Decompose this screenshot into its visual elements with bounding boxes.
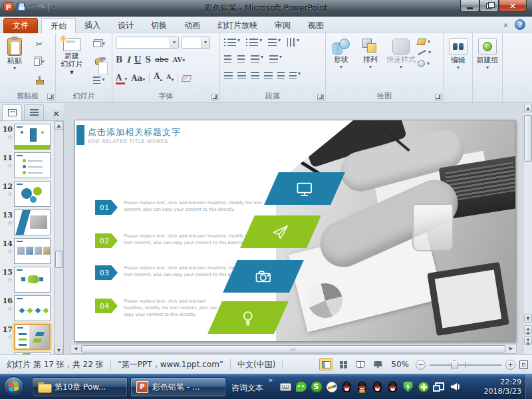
vertical-scrollbar[interactable]: ▲ ▼ ▲▲ ▼▼	[523, 103, 532, 354]
arrange-button[interactable]: 排列 ▾	[356, 36, 384, 90]
scroll-down-icon[interactable]: ▼	[524, 314, 532, 323]
columns-button[interactable]: ▾	[251, 55, 263, 63]
slide-subtitle[interactable]: ADD RELATED TITLE WORDS	[88, 138, 168, 144]
tab-insert[interactable]: 插入	[76, 18, 109, 33]
qq-icon[interactable]	[371, 380, 384, 393]
font-size-select[interactable]: ▾	[182, 37, 210, 49]
distribute-button[interactable]	[277, 72, 285, 79]
change-case-button[interactable]: Aa▾	[131, 73, 145, 84]
align-left-button[interactable]	[224, 72, 233, 79]
slide-sorter-view-button[interactable]	[336, 358, 350, 370]
start-button[interactable]	[3, 376, 24, 397]
tab-slideshow[interactable]: 幻灯片放映	[209, 18, 266, 33]
taskbar-item-folder[interactable]: 第10章 Pow...	[32, 377, 128, 397]
layout-button[interactable]: ▾	[90, 37, 108, 51]
character-spacing-button[interactable]: AV▾	[172, 54, 185, 65]
item-text[interactable]: Please replace text, click add relevant …	[124, 233, 254, 246]
close-pane-icon[interactable]: ×	[53, 110, 60, 118]
shrink-font-button[interactable]: A▾	[166, 72, 174, 85]
fit-to-window-button[interactable]	[519, 360, 528, 369]
sogou-icon[interactable]: S	[310, 380, 323, 393]
align-center-button[interactable]	[237, 72, 246, 79]
animation-star-icon[interactable]: ☆	[0, 191, 13, 198]
align-text-button[interactable]: ▾	[269, 55, 282, 63]
scroll-up-icon[interactable]: ▲	[524, 104, 532, 112]
item-text[interactable]: Please replace text, click add relevant …	[124, 200, 265, 213]
wechat-icon[interactable]	[295, 380, 307, 393]
dialog-launcher-icon[interactable]	[47, 94, 54, 100]
scrollbar-thumb[interactable]	[55, 251, 63, 268]
smartart-button[interactable]: ▾	[289, 72, 301, 79]
quick-styles-button[interactable]: 快速样式 ▾	[384, 36, 418, 90]
numbering-button[interactable]: ▾	[246, 39, 262, 46]
taskbar-clock[interactable]: 22:29 2018/3/23	[484, 378, 521, 396]
slide-title[interactable]: 点击添加相关标题文字	[88, 126, 181, 138]
tab-animations[interactable]: 动画	[176, 18, 209, 33]
volume-icon[interactable]	[448, 380, 460, 393]
language-indicator[interactable]: 中文(中国)	[231, 359, 282, 370]
dialog-launcher-icon[interactable]	[317, 94, 324, 100]
tab-outline[interactable]	[24, 104, 44, 120]
grow-font-button[interactable]: A▴	[154, 71, 162, 85]
zoom-out-button[interactable]: −	[416, 360, 426, 370]
previous-slide-button[interactable]: ▲▲	[524, 325, 532, 334]
clear-formatting-button[interactable]	[182, 75, 192, 82]
taskbar-toolbar-label[interactable]: 咨询文本	[231, 382, 263, 394]
reset-button[interactable]	[90, 55, 108, 68]
scrollbar-thumb[interactable]	[524, 115, 532, 162]
bullets-button[interactable]: ▾	[224, 39, 240, 46]
animation-star-icon[interactable]: ☆	[0, 305, 13, 312]
slide-thumbnail[interactable]	[14, 324, 51, 350]
qq-icon[interactable]	[386, 380, 399, 393]
animation-star-icon[interactable]: ☆	[0, 277, 13, 283]
qq-browser-icon[interactable]	[325, 380, 338, 393]
section-button[interactable]: ▾	[90, 73, 108, 86]
increase-indent-button[interactable]	[237, 55, 245, 63]
bold-button[interactable]: B	[116, 55, 122, 65]
scroll-right-icon[interactable]: ▶	[506, 344, 516, 353]
decrease-indent-button[interactable]	[224, 55, 231, 63]
shape-effects-button[interactable]: ▾	[418, 60, 431, 67]
font-color-button[interactable]: A ▾	[116, 72, 127, 84]
slide-canvas[interactable]: 点击添加相关标题文字 ADD RELATED TITLE WORDS 01 Pl…	[74, 120, 516, 342]
slide-thumbnail[interactable]	[14, 295, 51, 321]
zoom-slider-thumb[interactable]	[451, 360, 458, 369]
animation-star-icon[interactable]: ☆	[0, 162, 13, 169]
slideshow-view-button[interactable]	[371, 358, 384, 370]
slide-thumbnail[interactable]	[14, 181, 51, 207]
scroll-left-icon[interactable]: ◀	[70, 344, 80, 353]
tab-review[interactable]: 审阅	[266, 18, 299, 33]
justify-button[interactable]	[264, 72, 273, 79]
dialog-launcher-icon[interactable]	[435, 94, 442, 100]
taskbar-item-powerpoint[interactable]: 彩色铅笔 - ...	[130, 377, 226, 397]
edit-button[interactable]: 编辑 ▾	[445, 36, 471, 90]
normal-view-button[interactable]	[319, 358, 332, 370]
scrollbar-thumb[interactable]	[81, 345, 505, 352]
toolbar-overflow-icon[interactable]: »	[269, 376, 273, 384]
shape-fill-button[interactable]: ▾	[418, 39, 431, 45]
animation-star-icon[interactable]: ☆	[0, 334, 13, 340]
align-right-button[interactable]	[251, 72, 259, 79]
slide-thumbnail[interactable]	[14, 209, 51, 235]
new-slide-button[interactable]: ❋ 新建幻灯片 ▾	[59, 36, 85, 90]
animation-star-icon[interactable]: ☆	[0, 134, 13, 140]
shadow-button[interactable]: S	[145, 55, 151, 65]
chevron-down-icon[interactable]: ▾	[201, 37, 209, 48]
network-icon[interactable]	[432, 380, 445, 393]
italic-button[interactable]: I	[126, 55, 130, 65]
reading-view-button[interactable]	[354, 358, 367, 370]
animation-star-icon[interactable]: ☆	[0, 248, 13, 255]
animation-star-icon[interactable]: ☆	[0, 219, 13, 226]
tab-view[interactable]: 视图	[299, 18, 332, 33]
help-icon[interactable]: ?	[515, 19, 525, 30]
shapes-button[interactable]: 形状 ▾	[327, 36, 355, 90]
dialog-launcher-icon[interactable]	[211, 94, 218, 100]
font-name-select[interactable]: ▾	[116, 37, 179, 49]
safety-plus-icon[interactable]	[417, 380, 430, 393]
tab-home[interactable]: 开始	[41, 18, 76, 33]
cut-button[interactable]: ✂	[31, 37, 48, 51]
line-spacing-button[interactable]: ▾	[268, 39, 281, 46]
minimize-button[interactable]	[460, 0, 479, 12]
tab-slides-thumbnails[interactable]	[2, 104, 22, 120]
paste-button[interactable]: 粘贴 ▾	[1, 36, 28, 90]
